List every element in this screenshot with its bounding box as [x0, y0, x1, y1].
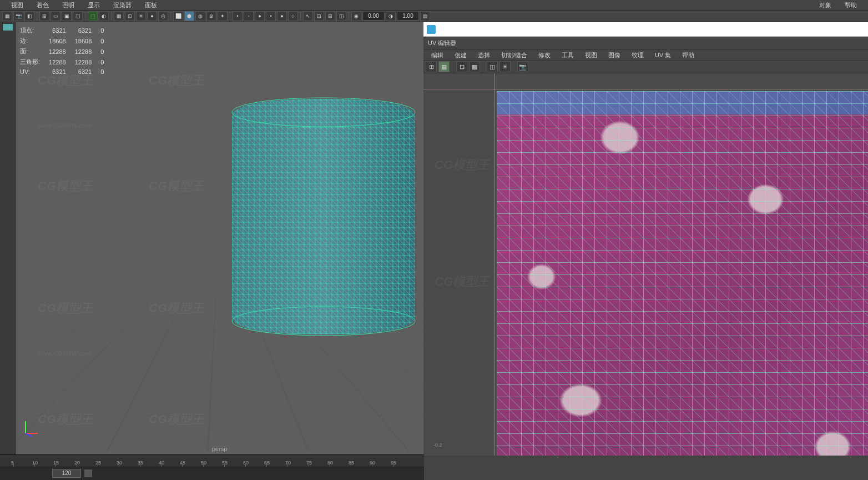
time-tickline [309, 463, 309, 467]
wireframe-icon[interactable]: ⬚ [88, 11, 98, 21]
menu-view[interactable]: 视图 [4, 0, 30, 10]
film-gate-icon[interactable]: ▭ [51, 11, 60, 21]
menu-panels[interactable]: 面板 [138, 0, 164, 10]
menu-help[interactable]: 帮助 [838, 0, 864, 11]
time-tickline [393, 463, 393, 467]
time-tickline [203, 463, 204, 467]
uv-grid-icon[interactable]: ⊡ [456, 61, 467, 72]
time-tick: 30 [117, 460, 122, 466]
snap3-icon[interactable]: ◫ [336, 11, 346, 21]
uv-menu-select[interactable]: 选择 [472, 50, 496, 60]
time-tick: 85 [349, 460, 354, 466]
uv-menu-cut-sew[interactable]: 切割/缝合 [496, 50, 533, 60]
exposure-field[interactable]: 0.00 [362, 12, 385, 21]
stat-row-faces: 面:12288122880 [20, 47, 112, 56]
camera-icon[interactable]: 📷 [13, 11, 23, 21]
uv-menu-edit[interactable]: 编辑 [426, 50, 449, 60]
stat-row-edges: 边:18608186080 [20, 36, 112, 46]
menu-renderer[interactable]: 渲染器 [107, 0, 138, 10]
uv-menu-uvsets[interactable]: UV 集 [649, 50, 677, 60]
mesh-cylinder-wireframe[interactable] [221, 94, 423, 339]
snap-icon[interactable]: ⊡ [314, 11, 324, 21]
outliner-strip[interactable] [0, 22, 16, 456]
xray-icon[interactable]: ▦ [114, 11, 124, 21]
separator [230, 12, 230, 21]
uv-shell-icon[interactable]: ▦ [438, 61, 450, 72]
aa-icon[interactable]: ✦ [218, 11, 228, 21]
sphere2-icon[interactable]: ● [277, 11, 287, 21]
time-tickline [330, 463, 330, 467]
menu-shading[interactable]: 着色 [30, 0, 55, 10]
sphere-icon[interactable]: ● [255, 11, 265, 21]
gate-mask-icon[interactable]: ◫ [73, 11, 83, 21]
uv-checker-icon[interactable]: ▩ [469, 61, 480, 72]
time-tickline [13, 463, 14, 467]
uv-brightness-icon[interactable]: ☀ [499, 61, 511, 72]
resolution-gate-icon[interactable]: ▣ [62, 11, 72, 21]
stat-row-uvs: UV:632163210 [20, 68, 112, 76]
shadow-icon[interactable]: ● [147, 11, 157, 21]
maya-logo-icon [427, 25, 436, 34]
textured-icon[interactable]: ⊡ [125, 11, 135, 21]
uv-layout-icon[interactable]: ⊞ [426, 61, 437, 72]
grid-icon[interactable]: ⊞ [39, 11, 49, 21]
menu-object[interactable]: 对象 [813, 0, 838, 11]
uv-caption: UV 编辑器 [423, 37, 868, 50]
dot2-icon[interactable]: ◦ [244, 11, 254, 21]
bookmark-icon[interactable]: ◧ [24, 11, 34, 21]
time-tick: 20 [74, 460, 80, 466]
menu-lighting[interactable]: 照明 [55, 0, 81, 10]
exposure-icon[interactable]: ◉ [351, 11, 361, 21]
view-transform-icon[interactable]: ▤ [420, 11, 430, 21]
uv-window-titlebar[interactable] [423, 22, 868, 37]
arrow-icon[interactable]: ↖ [303, 11, 313, 21]
uv-dim-icon[interactable]: ◫ [487, 61, 498, 72]
snap2-icon[interactable]: ⊞ [325, 11, 335, 21]
gamma-icon[interactable]: ◑ [386, 11, 396, 21]
light-icon[interactable]: ☀ [136, 11, 146, 21]
menu-display[interactable]: 显示 [81, 0, 107, 10]
smooth-preview-icon[interactable]: ⬢ [184, 11, 194, 21]
dot-icon[interactable]: • [233, 11, 243, 21]
uv-menu-image[interactable]: 图像 [603, 50, 626, 60]
uv-menu-texture[interactable]: 纹理 [626, 50, 649, 60]
uv-snapshot-icon[interactable]: 📷 [517, 61, 528, 72]
uv-menu-tools[interactable]: 工具 [556, 50, 579, 60]
select-tool-icon[interactable]: ▦ [2, 11, 12, 21]
viewport[interactable]: CG模型王 CG模型王 www.CGMXW.com CG模型王 CG模型王 CG… [16, 22, 423, 456]
outliner-item[interactable] [2, 23, 13, 31]
uv-axis-h [423, 89, 868, 89]
isolate-icon[interactable]: ◎ [158, 11, 168, 21]
uv-menu-create[interactable]: 创建 [449, 50, 472, 60]
dot3-icon[interactable]: • [266, 11, 276, 21]
watermark: CG模型王 [435, 157, 489, 173]
ao-icon[interactable]: ◍ [195, 11, 205, 21]
motion-blur-icon[interactable]: ⊛ [206, 11, 216, 21]
time-tick: 10 [32, 460, 38, 466]
time-ruler[interactable]: /* ticks drawn below via JS for brevity … [0, 455, 424, 467]
uv-menu-modify[interactable]: 修改 [533, 50, 556, 60]
time-tick: 25 [95, 460, 101, 466]
cube-icon[interactable]: ⬜ [173, 11, 183, 21]
shade-icon[interactable]: ◐ [99, 11, 109, 21]
uv-canvas[interactable]: -0.2 -0.2 CG模型王 CG模型王 [423, 73, 868, 456]
main-menubar: 视图 着色 照明 显示 渲染器 面板 对象 帮助 [0, 0, 868, 10]
gamma-field[interactable]: 1.00 [397, 12, 419, 21]
stat-row-verts: 顶点:632163210 [20, 26, 112, 35]
axis-gizmo[interactable] [21, 418, 41, 438]
timeline[interactable]: /* ticks drawn below via JS for brevity … [0, 454, 424, 480]
uv-axis-v [494, 73, 495, 456]
current-frame-field[interactable]: 120 [52, 469, 81, 478]
uv-menu-help[interactable]: 帮助 [677, 50, 700, 60]
time-tick: 60 [243, 460, 249, 466]
stat-row-tris: 三角形:12288122880 [20, 57, 112, 67]
dot4-icon[interactable]: ○ [288, 11, 298, 21]
camera-label: persp [212, 446, 228, 452]
uv-menu-view[interactable]: 视图 [579, 50, 603, 60]
time-tickline [140, 463, 140, 467]
time-tickline [34, 463, 35, 467]
keyframe-icon[interactable] [84, 469, 92, 477]
separator [349, 12, 349, 21]
time-tickline [98, 463, 98, 467]
time-tickline [55, 463, 56, 467]
